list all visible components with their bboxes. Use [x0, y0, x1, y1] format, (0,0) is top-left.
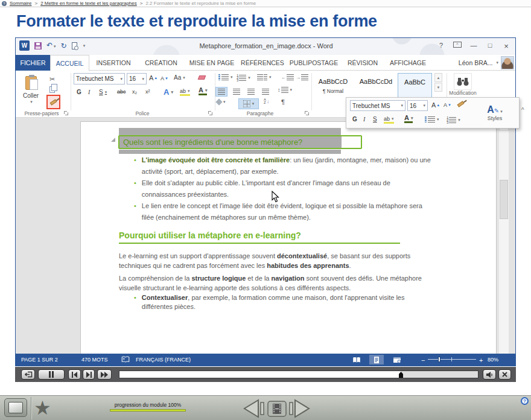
zoom-in-button[interactable]: + [479, 357, 483, 364]
player-pause-button[interactable] [38, 369, 65, 380]
qat-customize-icon[interactable]: ▾ [83, 43, 86, 48]
document-heading-1[interactable]: Quels sont les ingrédients d'une bonne m… [118, 135, 362, 149]
mini-highlight-button[interactable]: ab▾ [384, 116, 394, 124]
shading-button[interactable]: ▾ [217, 100, 226, 104]
highlight-color-button[interactable]: ab▾ [180, 88, 190, 96]
subscript-button[interactable]: x₂ [132, 89, 137, 95]
mini-bullets-button[interactable]: ▾ [425, 116, 439, 122]
tab-affichage[interactable]: AFFICHAGE [384, 55, 432, 71]
increase-indent-button[interactable]: → [296, 74, 308, 80]
ribbon-options-icon[interactable]: ^ [453, 42, 462, 48]
player-fastforward-button[interactable] [97, 369, 112, 380]
redo-icon[interactable]: ↻ [61, 42, 67, 49]
change-case-button[interactable]: Aa▾ [174, 74, 185, 81]
player-volume-button[interactable] [483, 369, 496, 380]
line-spacing-button[interactable]: ↕▾ [278, 87, 292, 93]
mini-format-painter-button[interactable] [457, 103, 464, 106]
clear-formatting-button[interactable] [199, 75, 205, 80]
numbering-button[interactable]: 123▾ [237, 74, 250, 81]
bold-button[interactable]: G [77, 89, 81, 95]
mini-grow-font-button[interactable]: A▲ [431, 101, 440, 109]
italic-button[interactable]: I [88, 89, 90, 95]
align-left-button[interactable] [215, 87, 227, 97]
text-effects-button[interactable]: A▾ [164, 88, 173, 97]
next-slide-button[interactable] [290, 400, 309, 417]
heading-collapse-icon[interactable] [111, 138, 115, 142]
document-scrollbar[interactable]: ▲ [498, 121, 509, 354]
tab-fichier[interactable]: FICHIER [16, 55, 50, 71]
player-next-button[interactable] [83, 369, 95, 380]
tab-creation[interactable]: CRÉATION [138, 55, 185, 71]
cut-button[interactable]: ✂ [49, 75, 55, 83]
page-indicator[interactable]: PAGE 1 SUR 2 [21, 357, 58, 363]
help-icon[interactable]: ? [521, 397, 529, 405]
zoom-out-button[interactable]: − [421, 357, 425, 364]
align-center-button[interactable] [231, 87, 243, 97]
scroll-up-icon[interactable]: ▲ [434, 73, 442, 82]
mini-bold-button[interactable]: G [352, 116, 357, 122]
font-size-combo[interactable]: 16▾ [127, 73, 147, 84]
tab-insertion[interactable]: INSERTION [89, 55, 138, 71]
mini-underline-button[interactable]: S [373, 116, 377, 122]
decrease-indent-button[interactable]: ← [281, 74, 294, 80]
maximize-icon[interactable]: □ [486, 42, 494, 51]
save-icon[interactable] [34, 42, 42, 49]
show-marks-button[interactable]: ¶ [281, 98, 285, 106]
bullets-button[interactable]: ▾ [218, 74, 233, 80]
scrollbar-thumb[interactable] [500, 180, 508, 219]
tab-references[interactable]: RÉFÉRENCES [239, 55, 286, 71]
previous-slide-button[interactable] [244, 400, 264, 417]
tab-mise-en-page[interactable]: MISE EN PAGE [185, 55, 239, 71]
underline-button[interactable]: S▾ [99, 89, 107, 95]
grow-font-button[interactable]: A▲ [149, 74, 157, 81]
shrink-font-button[interactable]: A▼ [161, 75, 168, 81]
tab-revision[interactable]: RÉVISION [342, 55, 384, 71]
player-progress-track[interactable] [119, 371, 479, 378]
clipboard-dialog-launcher-icon[interactable] [64, 111, 69, 116]
player-previous-button[interactable] [68, 369, 81, 380]
align-right-button[interactable] [245, 87, 257, 97]
bookmark-star-icon[interactable]: ★ [34, 396, 51, 419]
proofing-icon[interactable] [121, 356, 130, 363]
mini-font-size-combo[interactable]: 16▾ [407, 100, 428, 111]
language-indicator[interactable]: FRANÇAIS (FRANCE) [136, 357, 191, 363]
paste-button[interactable]: Coller ▾ [21, 73, 41, 107]
format-painter-button[interactable] [46, 95, 60, 109]
font-name-combo[interactable]: Trebuchet MS▾ [74, 73, 125, 84]
undo-icon[interactable]: ↶▾ [46, 42, 56, 50]
mini-numbering-button[interactable]: 123▾ [447, 116, 460, 124]
tab-publipostage[interactable]: PUBLIPOSTAGE [286, 55, 342, 71]
paragraph-dialog-launcher-icon[interactable] [305, 111, 310, 116]
fullscreen-button[interactable] [4, 398, 27, 417]
collapse-ribbon-icon[interactable]: ^ [521, 107, 524, 113]
mini-font-name-combo[interactable]: Trebuchet MS▾ [350, 100, 405, 111]
print-preview-icon[interactable] [72, 42, 77, 49]
breadcrumb-help-icon[interactable]: ? [2, 1, 7, 6]
breadcrumb-item-chapter[interactable]: 2 Mettre en forme le texte et les paragr… [40, 1, 137, 6]
find-button[interactable] [454, 73, 472, 90]
borders-button[interactable]: ▾ [238, 98, 259, 109]
minimize-icon[interactable]: — [469, 42, 478, 51]
mini-styles-button[interactable]: A✎▾ Styles [477, 100, 513, 126]
copy-button[interactable] [49, 86, 55, 93]
web-layout-button[interactable] [390, 355, 404, 364]
mini-shrink-font-button[interactable]: A▼ [444, 102, 451, 108]
font-dialog-launcher-icon[interactable] [208, 111, 213, 116]
doc-paragraph-2[interactable]: La compréhension de la structure logique… [119, 273, 424, 293]
strikethrough-button[interactable]: abc [117, 89, 126, 95]
font-color-button[interactable]: A▾ [199, 87, 207, 95]
print-layout-button[interactable] [369, 355, 384, 364]
slides-panel-button[interactable] [268, 401, 286, 416]
zoom-slider-thumb[interactable] [438, 357, 440, 362]
doc-bullet-1[interactable]: • L'image évoquée doit être concrète et … [134, 154, 436, 177]
mini-italic-button[interactable]: I [363, 116, 365, 122]
justify-button[interactable] [259, 87, 272, 97]
read-mode-button[interactable] [349, 355, 364, 364]
zoom-slider[interactable] [428, 359, 476, 360]
zoom-level[interactable]: 80% [488, 357, 498, 363]
doc-bullet-4[interactable]: • Contextualiser, par exemple, la format… [134, 293, 425, 311]
mini-font-color-button[interactable]: A▾ [404, 115, 413, 123]
tab-accueil[interactable]: ACCUEIL [50, 55, 89, 71]
doc-bullet-2[interactable]: • Elle doit s'adapter au public cible. L… [134, 177, 436, 200]
close-icon[interactable]: × [502, 42, 510, 51]
